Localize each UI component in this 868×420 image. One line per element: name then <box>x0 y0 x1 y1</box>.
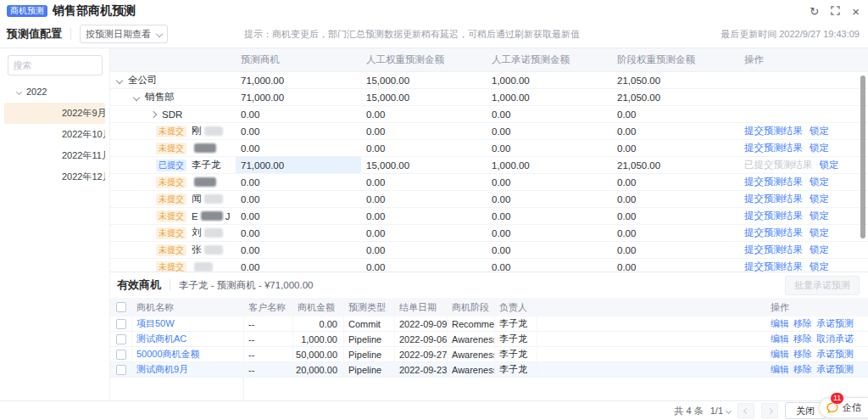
status-badge: 未提交 <box>156 244 186 256</box>
op-link[interactable]: 提交预测结果 <box>744 125 803 137</box>
checkbox-cell <box>110 332 132 346</box>
vertical-scrollbar[interactable] <box>860 76 865 238</box>
row-checkbox[interactable] <box>116 319 126 329</box>
status-badge: 未提交 <box>156 227 186 239</box>
select-all-checkbox[interactable] <box>116 302 126 312</box>
value-cell: 15,000.00 <box>361 72 487 88</box>
status-badge: 未提交 <box>156 193 186 205</box>
spacer-cell <box>537 316 766 331</box>
chevron-down-icon <box>156 31 163 37</box>
prev-page-button[interactable] <box>737 403 754 418</box>
op-link[interactable]: 锁定 <box>810 227 829 239</box>
row-ops-cell <box>737 72 868 88</box>
op-link[interactable]: 移除 <box>793 333 812 345</box>
opportunity-row: 测试商机AC--1,000.00Pipeline2022-09-06Awaren… <box>110 332 868 347</box>
value-cell: 0.00 <box>612 208 737 224</box>
op-link[interactable]: 锁定 <box>810 210 829 222</box>
row-ops-cell: 提交预测结果锁定 <box>737 225 868 241</box>
page-select[interactable]: 1/1 <box>710 406 731 416</box>
tree-year-node[interactable]: 2022 <box>0 81 109 103</box>
op-link[interactable]: 提交预测结果 <box>744 176 803 188</box>
op-link[interactable]: 提交预测结果 <box>744 193 803 205</box>
op-link[interactable]: 锁定 <box>810 125 829 137</box>
owner-cell: 李子龙 <box>495 332 537 346</box>
forecast-row: 未提交0.000.000.000.00提交预测结果锁定 <box>110 174 868 191</box>
redacted-name <box>194 177 216 187</box>
op-link[interactable]: 锁定 <box>810 244 829 256</box>
chat-widget[interactable]: 11 企信 <box>819 397 868 418</box>
search-input[interactable] <box>8 55 103 76</box>
op-link[interactable]: 承诺预测 <box>816 348 854 361</box>
module-badge: 商机预测 <box>7 5 47 17</box>
op-link[interactable]: 承诺预测 <box>816 317 854 330</box>
row-checkbox[interactable] <box>116 350 126 360</box>
next-page-button[interactable] <box>761 403 778 418</box>
value-cell: 0.00 <box>612 259 737 272</box>
op-link[interactable]: 提交预测结果 <box>744 244 803 256</box>
tree-toggle-icon[interactable] <box>116 76 123 83</box>
row-checkbox[interactable] <box>116 365 126 375</box>
owner-cell: 李子龙 <box>495 362 537 377</box>
spacer-cell <box>537 347 766 361</box>
value-cell: 1,000.00 <box>487 89 612 105</box>
op-link[interactable]: 锁定 <box>810 193 829 205</box>
sidebar-month-item[interactable]: 2022年10月 <box>4 124 105 145</box>
op-link[interactable]: 移除 <box>793 317 812 330</box>
op-link[interactable]: 移除 <box>793 363 812 376</box>
value-cell: 0.00 <box>361 174 487 190</box>
op-link[interactable]: 锁定 <box>810 142 829 154</box>
opportunity-name-link[interactable]: 测试商机AC <box>132 332 244 346</box>
total-count: 共 4 条 <box>674 405 703 417</box>
value-cell: 0.00 <box>612 106 737 122</box>
forecast-type-cell: Pipeline <box>344 347 395 361</box>
checkbox-cell <box>110 362 132 377</box>
op-link[interactable]: 编辑 <box>771 317 789 330</box>
op-link[interactable]: 编辑 <box>771 348 789 361</box>
sidebar-month-item[interactable]: 2022年9月 <box>4 103 105 124</box>
status-badge: 未提交 <box>156 261 186 272</box>
value-cell: 0.00 <box>612 123 737 139</box>
page-value: 1/1 <box>710 406 723 416</box>
op-link[interactable]: 锁定 <box>810 176 829 188</box>
opportunity-name-link[interactable]: 项目50W <box>132 316 244 331</box>
opportunity-name-link[interactable]: 测试商机9月 <box>132 362 244 377</box>
tree-toggle-icon[interactable] <box>133 93 140 100</box>
fullscreen-icon[interactable] <box>831 6 840 17</box>
opportunity-name-link[interactable]: 50000商机金额 <box>132 347 244 361</box>
close-icon[interactable]: × <box>852 5 860 18</box>
value-cell: 71,000.00 <box>236 89 361 105</box>
op-link[interactable]: 提交预测结果 <box>744 142 803 154</box>
op-link[interactable]: 取消承诺 <box>816 333 854 345</box>
row-ops-cell <box>737 106 868 122</box>
redacted-name <box>204 228 223 238</box>
op-link[interactable]: 移除 <box>793 348 812 361</box>
row-ops-cell: 已提交预测结果锁定 <box>737 157 868 173</box>
op-link[interactable]: 提交预测结果 <box>744 260 803 272</box>
month-list: 2022年9月2022年10月2022年11月2022年12月 <box>0 103 109 188</box>
value-cell: 0.00 <box>487 208 612 224</box>
stage-cell: Recommendati... <box>448 316 495 331</box>
amount-cell: 1,000.00 <box>293 332 344 346</box>
op-link[interactable]: 提交预测结果 <box>744 227 803 239</box>
view-mode-select[interactable]: 按预测日期查看 <box>80 25 168 43</box>
sidebar-month-item[interactable]: 2022年12月 <box>4 166 105 188</box>
op-link[interactable]: 承诺预测 <box>816 363 854 376</box>
value-cell: 21,050.00 <box>612 72 737 88</box>
op-link[interactable]: 编辑 <box>771 333 789 345</box>
op-link[interactable]: 提交预测结果 <box>744 210 803 222</box>
sidebar-month-item[interactable]: 2022年11月 <box>4 145 105 166</box>
status-badge: 已提交 <box>156 160 186 171</box>
value-cell: 0.00 <box>236 191 361 207</box>
value-cell: 0.00 <box>361 123 487 139</box>
redacted-name <box>204 126 223 136</box>
refresh-icon[interactable]: ↻ <box>810 6 819 17</box>
batch-commit-button[interactable]: 批量承诺预测 <box>785 276 860 295</box>
op-link[interactable]: 锁定 <box>820 159 839 171</box>
value-cell: 0.00 <box>612 225 737 241</box>
row-checkbox[interactable] <box>116 334 126 344</box>
op-link[interactable]: 编辑 <box>771 363 789 376</box>
tree-toggle-icon[interactable] <box>150 110 157 117</box>
row-name-cell: 未提交刘 <box>110 225 236 241</box>
op-link[interactable]: 锁定 <box>810 260 829 272</box>
row-ops-cell: 提交预测结果锁定 <box>737 191 868 207</box>
